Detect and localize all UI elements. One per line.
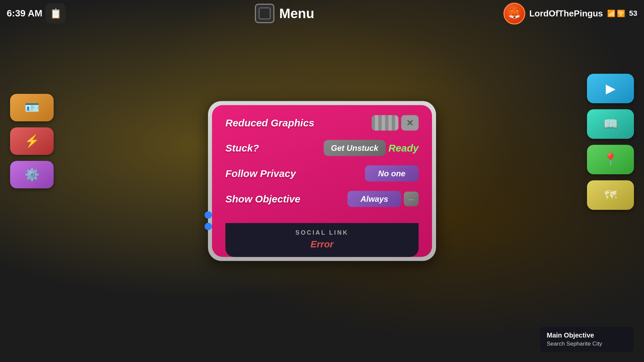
- menu-icon-inner: [259, 7, 271, 19]
- scroll-dots: [205, 212, 212, 230]
- book-icon: 📖: [603, 117, 618, 131]
- notes-button[interactable]: 📋: [46, 3, 66, 23]
- left-sidebar: 🪪 ⚡ ⚙️: [10, 94, 54, 188]
- level-display: 53: [629, 9, 637, 18]
- status-center: Menu: [255, 4, 314, 23]
- social-link-status: Error: [232, 239, 412, 250]
- ready-status: Ready: [388, 142, 419, 154]
- signal-bars-icon: 📶: [607, 9, 615, 17]
- show-objective-select[interactable]: Always: [347, 191, 401, 207]
- map-icon: 🗺: [604, 188, 616, 202]
- stuck-row: Stuck? Get Unstuck Ready: [225, 140, 419, 156]
- social-link-section: SOCIAL LINK Error: [225, 223, 419, 257]
- wifi-icon: 🛜: [617, 9, 625, 17]
- sidebar-profile-button[interactable]: 🪪: [10, 94, 54, 121]
- right-location-button[interactable]: 📍: [587, 145, 634, 174]
- energy-icon: ⚡: [24, 134, 40, 148]
- reduced-graphics-toggle[interactable]: [372, 115, 398, 131]
- scroll-dot-1: [205, 212, 212, 219]
- follow-privacy-label: Follow Privacy: [225, 168, 296, 179]
- follow-privacy-select[interactable]: No one: [365, 166, 419, 182]
- right-play-button[interactable]: ▶: [587, 74, 634, 103]
- objective-description: Search Sepharite City: [547, 341, 627, 347]
- show-objective-row: Show Objective Always ···: [225, 191, 419, 207]
- follow-privacy-row: Follow Privacy No one: [225, 166, 419, 182]
- scroll-dot-2: [205, 223, 212, 230]
- settings-modal: Reduced Graphics ✕ Stuck? Get Unstuck Re…: [208, 101, 436, 261]
- show-objective-control: Always ···: [347, 191, 419, 207]
- settings-area: Reduced Graphics ✕ Stuck? Get Unstuck Re…: [225, 115, 419, 223]
- profile-icon: 🪪: [24, 101, 40, 115]
- show-objective-label: Show Objective: [225, 193, 300, 205]
- follow-privacy-control: No one: [365, 166, 419, 182]
- menu-title: Menu: [279, 6, 314, 21]
- main-objective-panel: Main Objective Search Sepharite City: [540, 327, 634, 352]
- reduced-graphics-x-button[interactable]: ✕: [401, 115, 419, 131]
- dots-icon: ···: [409, 195, 414, 203]
- stuck-control: Get Unstuck Ready: [324, 140, 419, 156]
- sidebar-settings-button[interactable]: ⚙️: [10, 161, 54, 188]
- x-icon: ✕: [406, 118, 414, 128]
- modal-inner: Reduced Graphics ✕ Stuck? Get Unstuck Re…: [212, 105, 432, 257]
- right-book-button[interactable]: 📖: [587, 109, 634, 139]
- menu-icon-box: [255, 4, 274, 23]
- right-sidebar: ▶ 📖 📍 🗺: [587, 74, 634, 210]
- play-icon: ▶: [606, 81, 615, 96]
- objective-title: Main Objective: [547, 331, 627, 339]
- modal-outer: Reduced Graphics ✕ Stuck? Get Unstuck Re…: [208, 101, 436, 261]
- status-right: 🦊 LordOfThePingus 📶 🛜 53: [503, 3, 637, 24]
- reduced-graphics-row: Reduced Graphics ✕: [225, 115, 419, 131]
- signal-icons: 📶 🛜: [607, 9, 625, 17]
- status-left: 6:39 AM 📋: [7, 3, 66, 23]
- get-unstuck-button[interactable]: Get Unstuck: [324, 140, 386, 156]
- stuck-label: Stuck?: [225, 142, 259, 154]
- status-bar: 6:39 AM 📋 Menu 🦊 LordOfThePingus 📶 🛜 53: [0, 0, 644, 27]
- reduced-graphics-label: Reduced Graphics: [225, 117, 314, 129]
- location-icon: 📍: [603, 153, 618, 167]
- avatar: 🦊: [503, 3, 525, 24]
- reduced-graphics-control: ✕: [372, 115, 419, 131]
- gear-icon: ⚙️: [24, 168, 40, 182]
- show-objective-dots-button[interactable]: ···: [404, 192, 419, 206]
- username-display: LordOfThePingus: [529, 8, 603, 19]
- right-map-button[interactable]: 🗺: [587, 180, 634, 210]
- sidebar-energy-button[interactable]: ⚡: [10, 127, 54, 155]
- social-link-title: SOCIAL LINK: [232, 229, 412, 236]
- time-display: 6:39 AM: [7, 8, 42, 19]
